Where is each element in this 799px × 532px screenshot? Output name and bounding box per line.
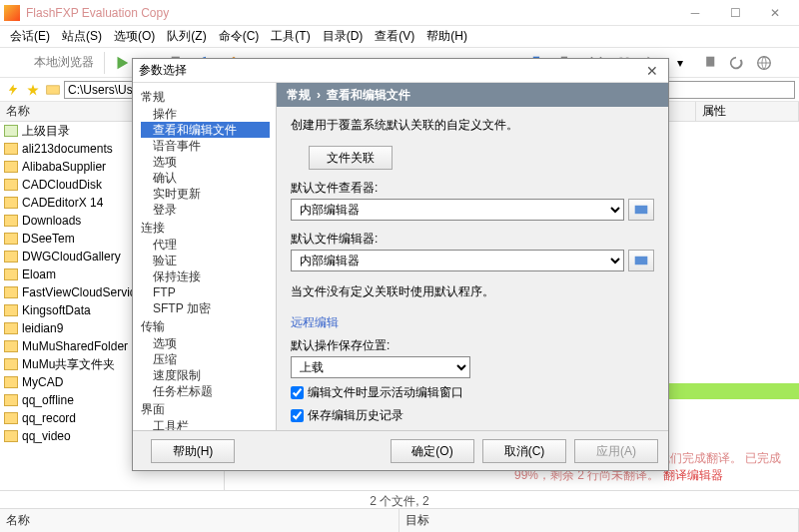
close-button[interactable]: ✕: [755, 0, 795, 26]
desc-text: 创建用于覆盖系统默认关联的自定义文件。: [291, 117, 654, 134]
tree-item[interactable]: 验证: [141, 253, 276, 268]
menu-options[interactable]: 选项(O): [110, 26, 159, 47]
dropdown2-icon[interactable]: ▾: [667, 50, 693, 76]
star-icon[interactable]: [24, 82, 42, 98]
cb-show-window[interactable]: 编辑文件时显示活动编辑窗口: [291, 384, 654, 401]
editor-label: 默认文件编辑器:: [291, 231, 654, 248]
tree-item[interactable]: 语音事件: [141, 138, 276, 154]
tree-item[interactable]: 代理: [141, 237, 276, 253]
menu-session[interactable]: 会话(E): [6, 26, 54, 47]
viewer-browse-button[interactable]: [628, 199, 654, 221]
remote-edit-link[interactable]: 远程编辑: [291, 314, 654, 331]
transfer-right-icon[interactable]: [695, 50, 721, 76]
editor-select[interactable]: 内部编辑器: [291, 250, 624, 271]
bcol-target[interactable]: 目标: [400, 509, 799, 532]
dialog-title: 参数选择: [139, 62, 642, 79]
cancel-button[interactable]: 取消(C): [482, 439, 566, 463]
tree-item[interactable]: 选项: [141, 154, 276, 170]
viewer-select[interactable]: 内部编辑器: [291, 199, 624, 221]
tree-item[interactable]: 保持连接: [141, 268, 276, 284]
dialog-tree[interactable]: 常规操作查看和编辑文件语音事件选项确认实时更新登录连接代理验证保持连接FTPSF…: [133, 83, 277, 430]
saveloc-label: 默认操作保存位置:: [291, 337, 654, 354]
menu-commands[interactable]: 命令(C): [215, 26, 264, 47]
tree-item[interactable]: 速度限制: [141, 367, 276, 383]
translate-editor-link[interactable]: 翻译编辑器: [663, 468, 723, 482]
app-icon: [4, 5, 20, 21]
tree-item[interactable]: 查看和编辑文件: [141, 122, 270, 138]
tree-item[interactable]: 选项: [141, 335, 276, 351]
tree-item[interactable]: 任务栏标题: [141, 383, 276, 399]
lightning-icon[interactable]: [4, 82, 22, 98]
apply-button[interactable]: 应用(A): [574, 439, 658, 463]
viewer-label: 默认文件查看器:: [291, 180, 654, 197]
menu-view[interactable]: 查看(V): [371, 26, 418, 47]
file-assoc-button[interactable]: 文件关联: [309, 146, 393, 170]
progress-bar: [669, 383, 799, 399]
tree-item[interactable]: 工具栏: [141, 418, 276, 430]
tree-item[interactable]: 操作: [141, 106, 276, 122]
saveloc-select[interactable]: 上载: [291, 356, 470, 378]
tree-category[interactable]: 连接: [141, 220, 276, 237]
note-text: 当文件没有定义关联时使用默认程序。: [291, 283, 654, 300]
maximize-button[interactable]: ☐: [715, 0, 755, 26]
refresh2-icon[interactable]: [723, 50, 749, 76]
ok-button[interactable]: 确定(O): [391, 439, 474, 463]
menubar: 会话(E) 站点(S) 选项(O) 队列(Z) 命令(C) 工具(T) 目录(D…: [0, 26, 799, 48]
help-button[interactable]: 帮助(H): [151, 439, 235, 463]
tree-item[interactable]: 登录: [141, 202, 276, 218]
minimize-button[interactable]: ─: [675, 0, 715, 26]
dialog-content: 创建用于覆盖系统默认关联的自定义文件。 文件关联 默认文件查看器: 内部编辑器 …: [277, 107, 668, 430]
breadcrumb: 常规 › 查看和编辑文件: [277, 83, 668, 107]
editor-browse-button[interactable]: [628, 250, 654, 271]
svg-rect-10: [635, 206, 648, 214]
dialog-buttons: 帮助(H) 确定(O) 取消(C) 应用(A): [133, 430, 668, 470]
rcol-attr[interactable]: 属性: [696, 102, 799, 121]
tree-category[interactable]: 传输: [141, 318, 276, 335]
window-title: FlashFXP Evaluation Copy: [26, 6, 675, 20]
local-browser-label: 本地浏览器: [4, 54, 100, 71]
cb-save-history[interactable]: 保存编辑历史记录: [291, 407, 654, 424]
svg-rect-7: [706, 56, 714, 66]
menu-sites[interactable]: 站点(S): [58, 26, 106, 47]
dialog-close-icon[interactable]: ✕: [642, 63, 662, 79]
preferences-dialog: 参数选择 ✕ 常规操作查看和编辑文件语音事件选项确认实时更新登录连接代理验证保持…: [132, 58, 669, 471]
globe-icon[interactable]: [751, 50, 777, 76]
tree-item[interactable]: FTP: [141, 284, 276, 300]
left-status: 2 个文件, 2: [0, 490, 799, 508]
folder-icon[interactable]: [44, 82, 62, 98]
svg-rect-11: [635, 257, 648, 265]
tree-item[interactable]: 确认: [141, 170, 276, 186]
tree-category[interactable]: 常规: [141, 89, 276, 106]
tree-item[interactable]: SFTP 加密: [141, 300, 276, 316]
tree-item[interactable]: 压缩: [141, 351, 276, 367]
titlebar: FlashFXP Evaluation Copy ─ ☐ ✕: [0, 0, 799, 26]
tree-item[interactable]: 实时更新: [141, 186, 276, 202]
svg-rect-9: [47, 85, 60, 93]
dialog-titlebar[interactable]: 参数选择 ✕: [133, 59, 668, 83]
tree-category[interactable]: 界面: [141, 401, 276, 418]
bottom-columns: 名称 目标: [0, 508, 799, 532]
menu-tools[interactable]: 工具(T): [267, 26, 314, 47]
menu-directory[interactable]: 目录(D): [319, 26, 368, 47]
menu-help[interactable]: 帮助(H): [422, 26, 471, 47]
menu-queue[interactable]: 队列(Z): [163, 26, 210, 47]
bcol-name[interactable]: 名称: [0, 509, 400, 532]
